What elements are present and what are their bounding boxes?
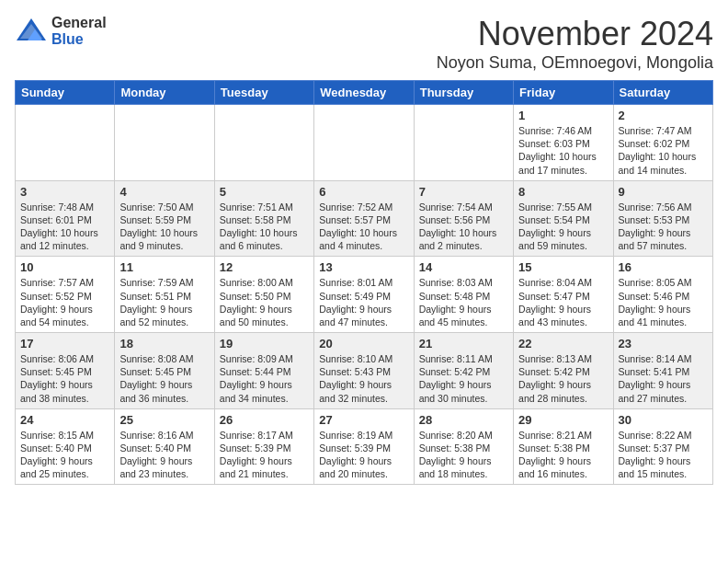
day-number: 15 [518,260,608,274]
calendar-cell: 21Sunrise: 8:11 AM Sunset: 5:42 PM Dayli… [414,333,513,409]
calendar-table: SundayMondayTuesdayWednesdayThursdayFrid… [15,80,713,485]
calendar-week-row: 24Sunrise: 8:15 AM Sunset: 5:40 PM Dayli… [16,408,713,485]
day-info: Sunrise: 8:08 AM Sunset: 5:45 PM Dayligh… [119,352,209,405]
calendar-cell: 17Sunrise: 8:06 AM Sunset: 5:45 PM Dayli… [16,333,115,409]
day-number: 26 [220,413,309,427]
calendar-cell: 3Sunrise: 7:48 AM Sunset: 6:01 PM Daylig… [16,180,115,257]
calendar-cell: 18Sunrise: 8:08 AM Sunset: 5:45 PM Dayli… [115,333,214,409]
calendar-cell: 30Sunrise: 8:22 AM Sunset: 5:37 PM Dayli… [613,408,712,485]
day-info: Sunrise: 8:16 AM Sunset: 5:40 PM Dayligh… [119,429,209,481]
weekday-header: Tuesday [214,81,313,105]
calendar-cell: 20Sunrise: 8:10 AM Sunset: 5:43 PM Dayli… [314,333,414,409]
day-info: Sunrise: 8:10 AM Sunset: 5:43 PM Dayligh… [319,352,408,405]
day-number: 12 [220,260,309,274]
day-info: Sunrise: 7:51 AM Sunset: 5:58 PM Dayligh… [220,201,309,253]
calendar-cell: 5Sunrise: 7:51 AM Sunset: 5:58 PM Daylig… [214,180,313,257]
calendar-week-row: 3Sunrise: 7:48 AM Sunset: 6:01 PM Daylig… [16,180,713,257]
day-number: 24 [20,413,109,427]
calendar-cell [314,105,414,181]
calendar-cell: 13Sunrise: 8:01 AM Sunset: 5:49 PM Dayli… [314,257,414,333]
day-number: 18 [119,337,209,350]
day-number: 6 [319,185,408,199]
day-number: 21 [419,337,508,350]
day-info: Sunrise: 7:46 AM Sunset: 6:03 PM Dayligh… [518,124,608,177]
day-number: 5 [220,185,309,199]
calendar-cell [115,105,214,181]
weekday-header: Friday [514,81,613,105]
calendar-cell: 6Sunrise: 7:52 AM Sunset: 5:57 PM Daylig… [314,180,414,257]
day-info: Sunrise: 7:52 AM Sunset: 5:57 PM Dayligh… [319,201,408,253]
day-number: 7 [419,185,508,199]
calendar-cell: 25Sunrise: 8:16 AM Sunset: 5:40 PM Dayli… [115,408,214,485]
day-info: Sunrise: 8:09 AM Sunset: 5:44 PM Dayligh… [220,352,309,405]
day-info: Sunrise: 7:57 AM Sunset: 5:52 PM Dayligh… [20,276,109,328]
day-number: 19 [220,337,309,350]
calendar-cell: 24Sunrise: 8:15 AM Sunset: 5:40 PM Dayli… [16,408,115,485]
calendar-cell: 15Sunrise: 8:04 AM Sunset: 5:47 PM Dayli… [514,257,613,333]
page-header: General Blue November 2024 Noyon Suma, O… [15,15,713,73]
calendar-cell: 4Sunrise: 7:50 AM Sunset: 5:59 PM Daylig… [115,180,214,257]
day-info: Sunrise: 8:06 AM Sunset: 5:45 PM Dayligh… [20,352,109,405]
day-number: 8 [518,185,608,199]
day-info: Sunrise: 8:13 AM Sunset: 5:42 PM Dayligh… [518,352,608,405]
calendar-cell: 9Sunrise: 7:56 AM Sunset: 5:53 PM Daylig… [613,180,712,257]
day-info: Sunrise: 8:20 AM Sunset: 5:38 PM Dayligh… [419,429,508,481]
day-info: Sunrise: 8:03 AM Sunset: 5:48 PM Dayligh… [419,276,508,328]
calendar-cell: 12Sunrise: 8:00 AM Sunset: 5:50 PM Dayli… [214,257,313,333]
calendar-cell: 10Sunrise: 7:57 AM Sunset: 5:52 PM Dayli… [16,257,115,333]
location-title: Noyon Suma, OEmnoegovi, Mongolia [437,53,713,73]
day-number: 27 [319,413,408,427]
logo-general: General [51,15,107,31]
day-number: 30 [619,413,708,427]
day-info: Sunrise: 8:00 AM Sunset: 5:50 PM Dayligh… [220,276,309,328]
calendar-cell: 28Sunrise: 8:20 AM Sunset: 5:38 PM Dayli… [414,408,513,485]
day-number: 16 [619,260,708,274]
day-number: 25 [119,413,209,427]
calendar-cell: 11Sunrise: 7:59 AM Sunset: 5:51 PM Dayli… [115,257,214,333]
calendar-week-row: 10Sunrise: 7:57 AM Sunset: 5:52 PM Dayli… [16,257,713,333]
calendar-cell [214,105,313,181]
day-info: Sunrise: 8:11 AM Sunset: 5:42 PM Dayligh… [419,352,508,405]
weekday-header: Thursday [414,81,513,105]
day-number: 1 [518,109,608,122]
weekday-header-row: SundayMondayTuesdayWednesdayThursdayFrid… [16,81,713,105]
calendar-cell: 14Sunrise: 8:03 AM Sunset: 5:48 PM Dayli… [414,257,513,333]
day-info: Sunrise: 8:21 AM Sunset: 5:38 PM Dayligh… [518,429,608,481]
calendar-cell: 29Sunrise: 8:21 AM Sunset: 5:38 PM Dayli… [514,408,613,485]
calendar-cell: 19Sunrise: 8:09 AM Sunset: 5:44 PM Dayli… [214,333,313,409]
calendar-week-row: 1Sunrise: 7:46 AM Sunset: 6:03 PM Daylig… [16,105,713,181]
day-number: 2 [619,109,708,122]
calendar-week-row: 17Sunrise: 8:06 AM Sunset: 5:45 PM Dayli… [16,333,713,409]
calendar-cell [414,105,513,181]
day-number: 9 [619,185,708,199]
logo: General Blue [15,15,107,48]
calendar-cell [16,105,115,181]
day-number: 29 [518,413,608,427]
day-number: 10 [20,260,109,274]
day-info: Sunrise: 7:50 AM Sunset: 5:59 PM Dayligh… [119,201,209,253]
day-info: Sunrise: 8:17 AM Sunset: 5:39 PM Dayligh… [220,429,309,481]
day-number: 20 [319,337,408,350]
day-info: Sunrise: 7:54 AM Sunset: 5:56 PM Dayligh… [419,201,508,253]
day-number: 13 [319,260,408,274]
day-info: Sunrise: 8:14 AM Sunset: 5:41 PM Dayligh… [619,352,708,405]
logo-blue: Blue [51,31,107,48]
calendar-cell: 8Sunrise: 7:55 AM Sunset: 5:54 PM Daylig… [514,180,613,257]
day-info: Sunrise: 8:04 AM Sunset: 5:47 PM Dayligh… [518,276,608,328]
day-number: 4 [119,185,209,199]
weekday-header: Wednesday [314,81,414,105]
day-number: 28 [419,413,508,427]
calendar-cell: 26Sunrise: 8:17 AM Sunset: 5:39 PM Dayli… [214,408,313,485]
day-number: 17 [20,337,109,350]
day-number: 14 [419,260,508,274]
day-info: Sunrise: 8:15 AM Sunset: 5:40 PM Dayligh… [20,429,109,481]
calendar-cell: 16Sunrise: 8:05 AM Sunset: 5:46 PM Dayli… [613,257,712,333]
day-info: Sunrise: 7:56 AM Sunset: 5:53 PM Dayligh… [619,201,708,253]
weekday-header: Sunday [16,81,115,105]
calendar-cell: 2Sunrise: 7:47 AM Sunset: 6:02 PM Daylig… [613,105,712,181]
day-number: 3 [20,185,109,199]
day-number: 23 [619,337,708,350]
day-info: Sunrise: 8:01 AM Sunset: 5:49 PM Dayligh… [319,276,408,328]
day-info: Sunrise: 7:59 AM Sunset: 5:51 PM Dayligh… [119,276,209,328]
calendar-cell: 27Sunrise: 8:19 AM Sunset: 5:39 PM Dayli… [314,408,414,485]
